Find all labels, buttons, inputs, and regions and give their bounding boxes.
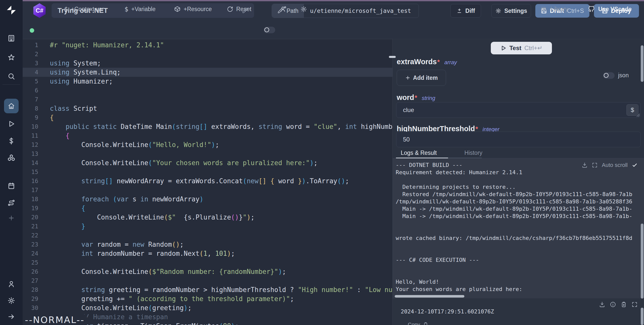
code-line[interactable]: 22 [23,231,392,240]
code-line[interactable]: 7 [23,95,392,104]
code-line[interactable]: 26 Console.WriteLine($"Random number: {r… [23,267,392,276]
threshold-input[interactable]: 50 [396,132,641,147]
code-editor[interactable]: 1#r "nuget: Humanizer, 2.14.1"23using Sy… [23,39,392,325]
code-text: { [38,131,69,140]
sidebar-item-account[interactable] [0,278,23,290]
sidebar-divider [3,84,20,85]
code-line[interactable]: 29 greeting += " (according to the thres… [23,294,392,303]
result-scrollbar-thumb[interactable] [641,308,643,325]
sidebar [0,0,23,325]
sidebar-item-runs[interactable] [0,118,23,130]
code-line[interactable]: 17 [23,186,392,195]
download-icon[interactable] [599,301,605,308]
add-item-button[interactable]: Add item [397,70,446,86]
sidebar-item-variables[interactable] [0,135,23,147]
code-line[interactable]: 28 string greeting = randomNumber > high… [23,285,392,294]
copy-result-button[interactable]: Copy [408,321,428,325]
code-line[interactable]: 11 { [23,131,392,140]
check-icon[interactable] [632,162,638,168]
line-number: 6 [23,86,38,95]
sidebar-item-favorites[interactable] [0,51,23,63]
json-toggle[interactable] [603,72,615,79]
line-number: 17 [23,186,38,195]
code-line[interactable]: 30 Console.WriteLine(greeting); [23,303,392,312]
reset-button[interactable]: Reset [227,0,251,18]
required-mark: * [437,58,440,66]
code-line[interactable]: 8class Script [23,104,392,113]
sidebar-item-schedules[interactable] [0,180,23,192]
sidebar-item-workspace[interactable] [0,32,23,44]
settings-button[interactable]: Settings [491,4,531,18]
test-button[interactable]: Test Ctrl+↵ [491,42,552,54]
code-line[interactable]: 15 [23,167,392,176]
vim-status: --NORMAL-- [24,314,87,325]
code-line[interactable]: 14 Console.WriteLine("Your chosen words … [23,158,392,167]
draft-shortcut: Ctrl+S [567,7,584,14]
multiplayer-button[interactable] [280,0,287,18]
code-line[interactable]: 25 [23,258,392,267]
clipboard-icon[interactable] [621,301,627,308]
editor-settings-button[interactable] [300,0,307,18]
sidebar-item-flows[interactable] [0,197,23,209]
code-line[interactable]: 21 } [23,222,392,231]
code-line[interactable]: 5using Humanizer; [23,77,392,86]
diff-button[interactable]: Diff [450,4,481,18]
editor-toolbar [23,21,644,39]
code-line[interactable]: 19 { [23,204,392,213]
code-line[interactable]: 24 int randomNumber = random.Next(1, 101… [23,249,392,258]
tab-history[interactable]: History [464,147,482,158]
sidebar-item-add[interactable] [0,212,23,224]
diff-mode-toggle[interactable] [264,27,275,33]
threshold-input-value: 50 [403,136,410,143]
add-context-var-button[interactable]: $ +Context var [64,0,104,18]
add-resource-button[interactable]: +Resource [174,0,212,18]
line-number: 25 [23,258,38,267]
code-line[interactable]: 20 Console.WriteLine($" {s.Pluralize()}"… [23,213,392,222]
code-text [38,149,50,158]
path-field[interactable]: Path u/etienne/microsoft_java_test [272,4,419,18]
code-line[interactable]: 23 var random = new Random(); [23,240,392,249]
library-button[interactable]: Library [541,0,568,18]
code-line[interactable]: 12 Console.WriteLine("Hello, World!"); [23,140,392,149]
code-text: string greeting = randomNumber > highNum… [38,285,392,294]
code-line[interactable]: 2 [23,50,392,59]
info-icon[interactable] [610,301,616,308]
args-scrollbar-thumb[interactable] [641,45,643,82]
panel-resize-handle[interactable] [389,56,396,58]
code-line[interactable]: 16 string[] newWordArray = extraWords.Co… [23,176,392,186]
line-number: 15 [23,167,38,176]
code-line[interactable]: 4using System.Linq; [23,68,392,77]
logs-horizontal-scrollbar[interactable] [395,295,464,298]
sidebar-item-resources[interactable] [0,152,23,164]
windmill-logo[interactable] [0,4,23,16]
sidebar-item-search[interactable] [0,70,23,82]
code-line[interactable]: 18 foreach (var s in newWordArray) [23,195,392,204]
line-number: 8 [23,104,38,113]
code-line[interactable]: 1#r "nuget: Humanizer, 2.14.1" [23,41,392,50]
play-icon [500,45,506,51]
code-text: greeting += " (according to the threshol… [38,294,294,303]
arg-label-extrawords: extraWords * array [397,58,457,66]
resize-grip-icon[interactable] [636,114,640,117]
code-lines[interactable]: 1#r "nuget: Humanizer, 2.14.1"23using Sy… [23,41,392,325]
use-vscode-button[interactable]: Use VScode [588,0,632,18]
code-text [38,167,50,176]
code-line[interactable]: 3using System; [23,59,392,68]
sidebar-item-collapse[interactable] [0,311,23,323]
code-line[interactable]: 6 [23,86,392,95]
word-input[interactable]: clue $ [396,102,641,118]
add-variable-button[interactable]: $ +Variable [125,0,155,18]
code-line[interactable]: 10 public static DateTime Main(string[] … [23,122,392,131]
sidebar-item-home[interactable] [0,99,23,113]
line-number: 24 [23,249,38,258]
expand-icon[interactable] [631,301,638,308]
download-icon[interactable] [582,162,588,168]
code-line[interactable]: 27 [23,276,392,285]
logs-scrollbar-thumb[interactable] [641,224,643,299]
code-text [38,50,50,59]
sidebar-item-settings[interactable] [0,295,23,307]
code-line[interactable]: 13 [23,149,392,158]
code-line[interactable]: 9{ [23,113,392,122]
tab-logs-result[interactable]: Logs & Result [401,147,437,158]
expand-icon[interactable] [592,162,598,168]
